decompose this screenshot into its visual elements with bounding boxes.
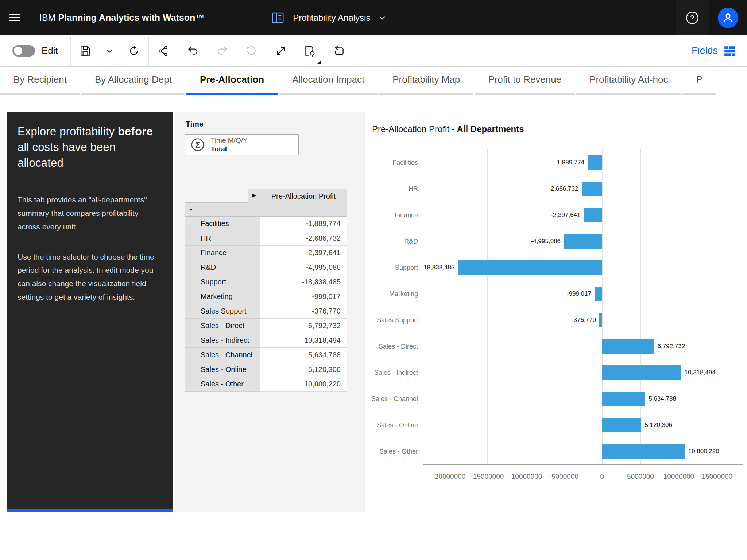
y-axis-label: Sales - Other (365, 438, 418, 464)
row-value-cell[interactable]: -2,686,732 (260, 231, 347, 246)
share-button[interactable] (149, 36, 178, 66)
row-label-cell[interactable]: HR (185, 231, 260, 246)
menu-button[interactable] (0, 0, 29, 35)
table-row: Finance-2,397,641 (185, 246, 347, 260)
undo-button[interactable] (178, 36, 208, 66)
time-selector[interactable]: Σ Time M/Q/Y Total (185, 134, 299, 155)
chart-bar[interactable] (602, 392, 645, 406)
reset-dashboard-button[interactable] (325, 36, 354, 66)
time-selector-dimension: Time M/Q/Y (211, 136, 248, 145)
chart-bar[interactable] (582, 182, 602, 196)
save-button[interactable] (71, 36, 100, 66)
chart-body: FacilitiesHRFinanceR&DSupportMarketingSa… (365, 149, 747, 512)
row-label-cell[interactable]: Sales - Channel (185, 348, 260, 362)
row-value-cell[interactable]: -999,017 (260, 289, 347, 304)
tab-by-allocating-dept[interactable]: By Allocating Dept (81, 67, 185, 95)
row-value-cell[interactable]: -376,770 (260, 304, 347, 319)
data-panel: Time Σ Time M/Q/Y Total ▼ ▶ Pre-Allocati… (175, 112, 365, 512)
table-row: HR-2,686,732 (185, 231, 347, 246)
row-dimension-dropdown[interactable]: ▼ (185, 202, 248, 217)
save-menu-button[interactable] (100, 36, 119, 66)
tab-by-recipient[interactable]: By Recipient (0, 67, 80, 95)
row-value-cell[interactable]: 5,120,306 (260, 362, 347, 377)
chart-bar[interactable] (602, 418, 642, 432)
reset-button[interactable] (237, 36, 266, 66)
table-row: Sales - Other10,800,220 (185, 377, 347, 392)
info-paragraph: This tab provides an "all-departments" s… (18, 193, 162, 233)
maximize-icon (275, 45, 287, 57)
row-label-cell[interactable]: Sales - Direct (185, 319, 260, 333)
row-label-cell[interactable]: Support (185, 275, 260, 289)
chart-bar[interactable] (458, 260, 602, 275)
edit-toggle[interactable] (12, 45, 35, 57)
chart-bar[interactable] (595, 287, 602, 301)
chart-bar[interactable] (564, 234, 602, 249)
row-label-cell[interactable]: Marketing (185, 289, 260, 304)
tab-profitability-map[interactable]: Profitability Map (379, 67, 473, 95)
row-value-cell[interactable]: 6,792,732 (260, 319, 347, 333)
chevron-down-icon (105, 47, 113, 55)
y-axis-label: Marketing (365, 281, 418, 307)
svg-text:Σ: Σ (195, 140, 201, 149)
chart-bar[interactable] (602, 339, 654, 354)
save-view-button[interactable] (295, 36, 325, 66)
maximize-button[interactable] (266, 36, 295, 66)
gridline (487, 149, 488, 464)
row-value-cell[interactable]: 10,318,494 (260, 333, 347, 348)
tab-pre-allocation[interactable]: Pre-Allocation (186, 67, 278, 95)
edit-toggle-label: Edit (42, 45, 58, 57)
help-button[interactable]: ? (676, 0, 709, 35)
refresh-button[interactable] (119, 36, 148, 66)
column-header[interactable]: Pre-Allocation Profit (260, 189, 347, 217)
chart-panel: Pre-Allocation Profit - All Departments … (365, 112, 747, 512)
tab-p[interactable]: P (682, 67, 716, 95)
chart-bar[interactable] (599, 313, 602, 327)
app-header: IBM Planning Analytics with Watson™ Prof… (0, 0, 747, 35)
row-label-cell[interactable]: Sales Support (185, 304, 260, 319)
header-divider (259, 8, 259, 27)
workbook-switcher[interactable]: Profitability Analysis (271, 11, 386, 25)
row-label-cell[interactable]: R&D (185, 260, 260, 275)
chart-bar[interactable] (588, 155, 602, 170)
return-icon (333, 45, 345, 57)
row-value-cell[interactable]: -1,889,774 (260, 217, 347, 231)
tab-profit-to-revenue[interactable]: Profit to Revenue (475, 67, 575, 95)
info-panel-accent-bar (7, 509, 173, 512)
row-value-cell[interactable]: -18,838,485 (260, 275, 347, 289)
fields-button[interactable]: Fields (692, 45, 747, 57)
y-axis-label: Sales - Channel (365, 386, 418, 412)
y-axis-label: Finance (365, 202, 418, 228)
row-value-cell[interactable]: -2,397,641 (260, 246, 347, 260)
table-row: Sales - Channel5,634,788 (185, 348, 347, 362)
row-label-cell[interactable]: Sales - Indirect (185, 333, 260, 348)
column-expand-button[interactable]: ▶ (248, 189, 260, 217)
row-label-cell[interactable]: Finance (185, 246, 260, 260)
row-value-cell[interactable]: 10,800,220 (260, 377, 347, 392)
row-value-cell[interactable]: 5,634,788 (260, 348, 347, 362)
bar-value-label: 10,318,494 (685, 359, 716, 386)
row-label-cell[interactable]: Sales - Online (185, 362, 260, 377)
row-value-cell[interactable]: -4,995,086 (260, 260, 347, 275)
row-label-cell[interactable]: Facilities (185, 217, 260, 231)
workbook-title: Profitability Analysis (293, 13, 370, 23)
tab-allocation-impact[interactable]: Allocation Impact (279, 67, 378, 95)
chevron-down-icon (378, 14, 386, 22)
x-tick-label: -5000000 (549, 472, 578, 481)
chart-bar[interactable] (584, 208, 602, 222)
redo-button[interactable] (208, 36, 237, 66)
bar-value-label: -18,838,485 (422, 254, 455, 281)
gridline (717, 149, 717, 464)
user-avatar-icon[interactable] (718, 8, 738, 28)
undo-icon (187, 45, 199, 57)
chart-bar[interactable] (602, 444, 685, 459)
info-panel-title: Explore profitability before all costs h… (18, 124, 162, 171)
row-label-cell[interactable]: Sales - Other (185, 377, 260, 392)
plot-left-border (427, 149, 427, 464)
tab-profitability-ad-hoc[interactable]: Profitability Ad-hoc (576, 67, 681, 95)
y-axis-label: Sales Support (365, 307, 418, 333)
chart-bar[interactable] (602, 365, 681, 380)
x-tick-label: -20000000 (432, 472, 465, 481)
table-row: R&D-4,995,086 (185, 260, 347, 275)
x-tick-label: 15000000 (702, 472, 733, 481)
gridline (449, 149, 449, 464)
